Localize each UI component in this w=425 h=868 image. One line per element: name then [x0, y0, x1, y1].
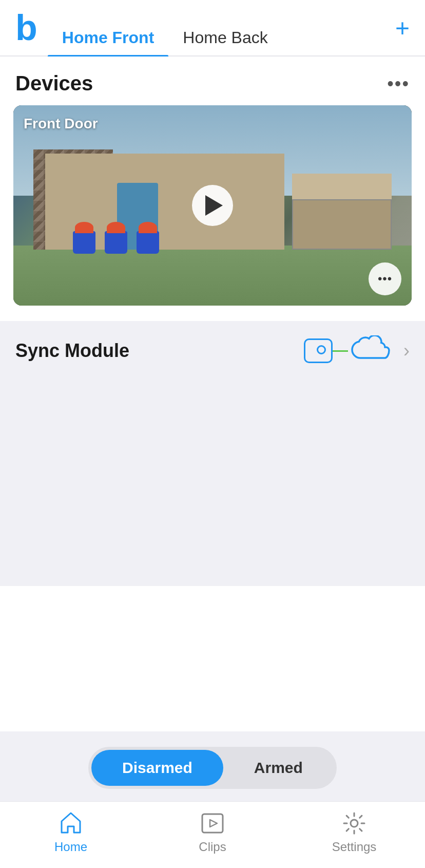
sync-module-icons	[304, 335, 394, 366]
play-button[interactable]	[192, 185, 233, 226]
bottom-nav: Home Clips Settings	[0, 801, 425, 868]
camera-card[interactable]: Front Door •••	[13, 105, 412, 306]
devices-more-button[interactable]: •••	[387, 73, 410, 95]
clips-nav-label: Clips	[199, 840, 226, 854]
tab-bar: Home Front Home Back	[48, 0, 390, 55]
sync-module-title: Sync Module	[15, 340, 304, 362]
header: b Home Front Home Back +	[0, 0, 425, 56]
home-nav-label: Home	[54, 840, 87, 854]
nav-clips[interactable]: Clips	[142, 810, 283, 854]
armed-button[interactable]: Armed	[223, 750, 334, 786]
settings-nav-label: Settings	[332, 840, 377, 854]
nav-home[interactable]: Home	[0, 810, 142, 854]
camera-more-button[interactable]: •••	[369, 262, 401, 295]
camera-more-icon: •••	[378, 272, 392, 286]
svg-rect-0	[202, 814, 223, 833]
disarmed-button[interactable]: Disarmed	[91, 750, 223, 786]
settings-icon	[341, 810, 368, 837]
devices-section-header: Devices •••	[0, 56, 425, 105]
svg-point-1	[351, 820, 358, 827]
armed-toggle: Disarmed Armed	[88, 747, 337, 789]
clips-icon	[199, 810, 226, 837]
sync-cloud-icon	[348, 335, 394, 366]
sync-module-chevron-icon: ›	[403, 340, 410, 362]
devices-title: Devices	[15, 72, 93, 95]
app-logo: b	[15, 10, 37, 46]
camera-feed: Front Door •••	[13, 105, 412, 306]
sync-connection-line	[333, 350, 348, 352]
play-icon	[205, 195, 223, 216]
add-location-button[interactable]: +	[395, 14, 410, 42]
nav-settings[interactable]: Settings	[283, 810, 425, 854]
sync-module-device-icon	[304, 338, 333, 363]
tab-home-back[interactable]: Home Back	[168, 28, 282, 55]
sync-module-row[interactable]: Sync Module ›	[0, 321, 425, 381]
tab-home-front[interactable]: Home Front	[48, 28, 169, 55]
armed-toggle-section: Disarmed Armed	[0, 731, 425, 801]
home-icon	[57, 810, 84, 837]
empty-content-area	[0, 381, 425, 586]
camera-name: Front Door	[24, 116, 98, 132]
main-content: Devices ••• Front Door	[0, 56, 425, 731]
